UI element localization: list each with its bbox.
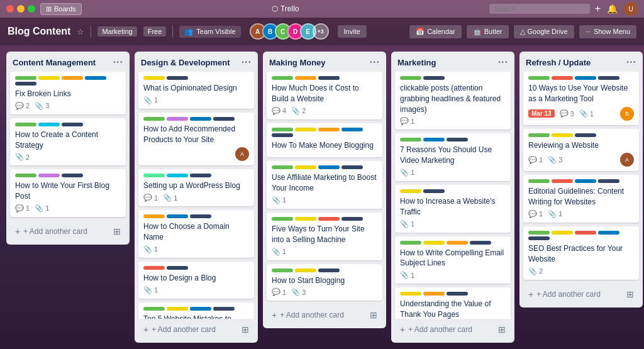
calendar-label: Calendar [427, 28, 455, 35]
notification-bell-icon[interactable]: 🔔 [607, 4, 618, 14]
maximize-button[interactable] [28, 5, 35, 13]
card-thank-you-pages[interactable]: Understanding the Value of Thank You Pag… [395, 287, 511, 319]
card-label [447, 241, 468, 245]
star-icon[interactable]: ☆ [77, 27, 84, 36]
member-avatar-more[interactable]: +3 [313, 23, 329, 40]
column-cards-marketing: clickable posts (attention grabbing head… [391, 72, 514, 319]
column-menu-refresh-update[interactable]: ··· [626, 57, 636, 68]
menu-dots-icon: ··· [586, 28, 591, 35]
column-menu-content-management[interactable]: ··· [113, 57, 123, 68]
card-label [552, 133, 573, 137]
card-website-marketing-tool[interactable]: 10 Ways to Use Your Website as a Marketi… [523, 72, 639, 125]
user-avatar[interactable]: U [624, 2, 638, 16]
card-fix-broken-links[interactable]: Fix Broken Links💬2📎3 [10, 72, 126, 114]
boards-button[interactable]: ⊞ Boards [40, 3, 82, 15]
invite-button[interactable]: Invite [338, 25, 367, 38]
card-meta-seo-best-practices: 📎2 [528, 267, 634, 275]
card-design-blog[interactable]: How to Design a Blog📎1 [138, 262, 254, 299]
card-label [15, 123, 36, 126]
card-label [400, 76, 421, 80]
add-button[interactable]: + [595, 3, 601, 14]
card-labels-seo-best-practices [528, 231, 634, 240]
card-opinionated-design[interactable]: What is Opinionated Design📎1 [138, 72, 254, 109]
add-card-button-refresh-update[interactable]: ++ Add another card⊞ [523, 285, 639, 304]
card-reviewing-website[interactable]: Reviewing a Website💬1📎3A [523, 129, 639, 172]
card-start-blogging[interactable]: How to Start Blogging💬1📎3 [267, 264, 382, 301]
card-wordpress-blog[interactable]: Setting up a WordPress Blog💬1📎1 [138, 169, 254, 206]
card-seo-best-practices[interactable]: SEO Best Practices for Your Website📎2 [523, 226, 639, 280]
add-card-button-design-development[interactable]: ++ Add another card⊞ [138, 320, 254, 339]
meta-count: 2 [26, 102, 30, 109]
card-meta-item: 💬2 [15, 102, 30, 110]
column-menu-design-development[interactable]: ··· [242, 57, 252, 68]
card-editorial-guidelines[interactable]: Editorial Guidelines: Content Writing fo… [523, 175, 639, 223]
meta-icon: 📎 [579, 109, 588, 118]
add-card-button-marketing[interactable]: ++ Add another card⊞ [395, 320, 511, 339]
visibility-button[interactable]: 👥 Team Visible [179, 26, 240, 38]
show-menu-button[interactable]: ··· Show Menu [579, 25, 636, 38]
card-label [528, 179, 550, 183]
team-icon: 👥 [184, 28, 193, 36]
card-domain-name[interactable]: How to Choose a Domain Name📎1 [138, 210, 254, 258]
column-menu-making-money[interactable]: ··· [370, 57, 380, 68]
card-title-email-subject: How to Write Compelling Email Subject Li… [400, 248, 506, 269]
column-cards-design-development: What is Opinionated Design📎1How to Add R… [135, 72, 258, 319]
free-tag[interactable]: Free [143, 26, 167, 36]
card-meta-item: 💬1 [400, 117, 414, 125]
column-menu-marketing[interactable]: ··· [498, 57, 508, 68]
header-divider [91, 25, 91, 38]
card-title-domain-name: How to Choose a Domain Name [143, 221, 249, 243]
card-first-blog-post[interactable]: How to Write Your First Blog Post💬1📎1 [10, 169, 126, 217]
calendar-button[interactable]: 📅 Calendar [409, 25, 462, 38]
search-input[interactable] [489, 4, 590, 14]
card-meta-item: 💬1 [15, 204, 30, 213]
meta-count: 2 [26, 153, 30, 161]
minimize-button[interactable] [17, 5, 25, 13]
card-label [272, 269, 293, 272]
add-template-icon[interactable]: ⊞ [498, 324, 506, 335]
meta-count: 2 [302, 107, 306, 114]
card-label [423, 292, 445, 296]
card-increase-traffic[interactable]: How to Increase a Website's Traffic📎1 [395, 185, 511, 233]
add-template-icon[interactable]: ⊞ [242, 324, 249, 335]
add-template-icon[interactable]: ⊞ [626, 289, 634, 299]
add-template-icon[interactable]: ⊞ [370, 310, 377, 320]
card-labels-recommended-products [143, 117, 249, 121]
card-label [318, 217, 340, 221]
add-card-plus-icon: + [15, 226, 20, 236]
card-title-seo-best-practices: SEO Best Practices for Your Website [528, 243, 634, 265]
card-website-mistakes[interactable]: Top 5 Website Mistakes to Avoid📎1 [138, 302, 254, 319]
meta-icon: 📎 [400, 271, 409, 279]
card-meta-domain-name: 📎1 [143, 245, 249, 253]
drive-label: Google Drive [528, 28, 568, 35]
card-create-content-strategy[interactable]: How to Create a Content Strategy📎2 [10, 118, 126, 166]
marketing-tag[interactable]: Marketing [97, 26, 136, 36]
menu-label: Show Menu [594, 28, 630, 35]
drive-button[interactable]: △ Google Drive [514, 25, 574, 38]
meta-icon: 💬 [272, 288, 280, 296]
card-money-blogging[interactable]: How To Make Money Blogging [267, 123, 382, 158]
butler-button[interactable]: 🤖 Butler [467, 25, 509, 38]
add-template-icon[interactable]: ⊞ [113, 226, 121, 236]
card-label [528, 236, 550, 240]
boards-grid-icon: ⊞ [46, 5, 52, 13]
add-card-button-making-money[interactable]: ++ Add another card⊞ [267, 306, 382, 324]
meta-icon: 📎 [35, 204, 43, 213]
card-meta-reviewing-website: 💬1📎3A [528, 153, 634, 167]
card-meta-item: Mar 13 [528, 109, 555, 118]
card-recommended-products[interactable]: How to Add Recommended Products to Your … [138, 113, 254, 166]
card-meta-video-marketing: 📎1 [400, 169, 506, 177]
card-title-build-website-cost: How Much Does it Cost to Build a Website [272, 83, 377, 104]
drive-icon: △ [520, 28, 525, 36]
card-label [190, 174, 211, 177]
card-clickable-posts[interactable]: clickable posts (attention grabbing head… [395, 72, 511, 130]
close-button[interactable] [6, 5, 14, 13]
card-email-subject[interactable]: How to Write Compelling Email Subject Li… [395, 236, 511, 284]
card-build-website-cost[interactable]: How Much Does it Cost to Build a Website… [267, 72, 382, 119]
card-video-marketing[interactable]: 7 Reasons You Should Use Video Marketing… [395, 133, 511, 181]
add-card-button-content-management[interactable]: ++ Add another card⊞ [10, 222, 126, 241]
card-selling-machine[interactable]: Five Ways to Turn Your Site into a Selli… [267, 213, 382, 260]
card-affiliate-marketing[interactable]: Use Affiliate Marketing to Boost Your In… [267, 161, 382, 209]
column-header-refresh-update: Refresh / Update··· [519, 52, 643, 72]
meta-count: 1 [539, 210, 543, 218]
